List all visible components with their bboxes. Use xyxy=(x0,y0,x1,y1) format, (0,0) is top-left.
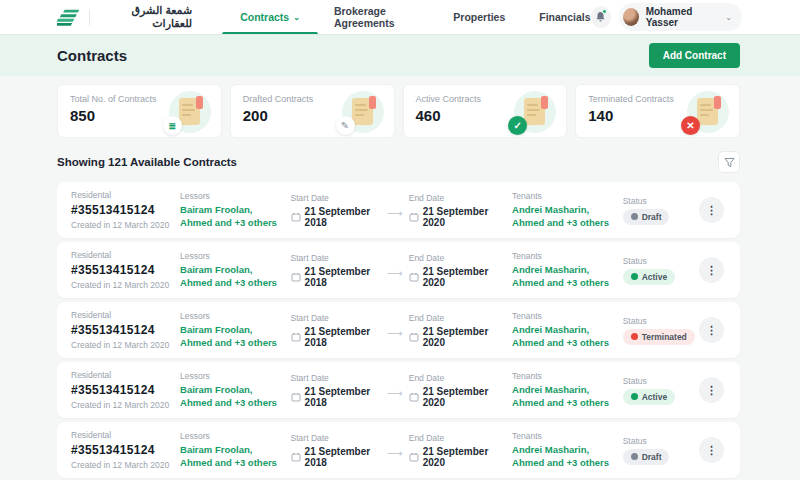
tenants-column: Tenants Andrei Masharin, Ahmed and +3 ot… xyxy=(512,431,610,470)
end-date-label: End Date xyxy=(409,373,499,383)
tenants-names-link[interactable]: Andrei Masharin, Ahmed and +3 others xyxy=(512,204,610,230)
stat-badge-icon: ✎ xyxy=(336,116,355,135)
status-dot-icon xyxy=(631,273,638,280)
contract-document-icon: ≣ xyxy=(169,91,211,133)
nav-tab-brokerage-label: Brokerage Agreements xyxy=(334,5,419,29)
start-date-value: 21 September 2018 xyxy=(305,326,381,348)
main-content: Total No. of Contracts 850 ≣ Drafted Con… xyxy=(0,76,800,480)
user-name: Mohamed Yasser xyxy=(646,6,719,28)
row-actions-menu-button[interactable]: ⋮ xyxy=(699,377,724,403)
tenants-column: Tenants Andrei Masharin, Ahmed and +3 ot… xyxy=(512,191,610,230)
tenants-column: Tenants Andrei Masharin, Ahmed and +3 ot… xyxy=(512,251,610,290)
start-date-label: Start Date xyxy=(291,313,381,323)
user-menu[interactable]: Mohamed Yasser ⌄ xyxy=(619,3,742,31)
lessors-names-link[interactable]: Bairam Froolan, Ahmed and +3 others xyxy=(180,324,278,350)
calendar-icon xyxy=(291,212,301,222)
contract-type-label: Residental xyxy=(71,370,180,380)
nav-tab-contracts-label: Contracts xyxy=(240,11,289,23)
contract-row[interactable]: Residental #35513415124 Created in 12 Ma… xyxy=(57,302,740,358)
filter-button[interactable] xyxy=(718,151,740,173)
tenants-names-link[interactable]: Andrei Masharin, Ahmed and +3 others xyxy=(512,264,610,290)
start-date-value: 21 September 2018 xyxy=(305,386,381,408)
start-date-label: Start Date xyxy=(291,373,381,383)
tenants-label: Tenants xyxy=(512,251,610,261)
contract-number: #35513415124 xyxy=(71,323,180,337)
row-actions-menu-button[interactable]: ⋮ xyxy=(699,197,724,223)
status-text: Active xyxy=(642,272,668,282)
calendar-icon xyxy=(291,452,301,462)
contract-row[interactable]: Residental #35513415124 Created in 12 Ma… xyxy=(57,422,740,478)
avatar xyxy=(623,8,639,26)
dates-column: Start Date 21 September 2018 ⟶ End Date xyxy=(291,433,500,468)
start-date-value: 21 September 2018 xyxy=(305,266,381,288)
status-text: Draft xyxy=(642,212,662,222)
stat-badge-icon: ✓ xyxy=(508,116,527,135)
contract-id-column: Residental #35513415124 Created in 12 Ma… xyxy=(71,250,180,290)
nav-tab-contracts[interactable]: Contracts ⌄ xyxy=(240,0,300,34)
lessors-names-link[interactable]: Bairam Froolan, Ahmed and +3 others xyxy=(180,444,278,470)
arrow-right-icon: ⟶ xyxy=(387,327,403,340)
bookmark-icon xyxy=(714,96,721,109)
status-text: Terminated xyxy=(642,332,687,342)
row-actions-menu-button[interactable]: ⋮ xyxy=(699,317,724,343)
contract-row[interactable]: Residental #35513415124 Created in 12 Ma… xyxy=(57,362,740,418)
brand-name-arabic: شمعة الشرق للعقارات xyxy=(98,4,193,30)
dates-column: Start Date 21 September 2018 ⟶ End Date xyxy=(291,373,500,408)
status-text: Draft xyxy=(642,452,662,462)
status-column: Status Draft xyxy=(623,436,700,465)
calendar-icon xyxy=(409,212,419,222)
contract-type-label: Residental xyxy=(71,310,180,320)
contract-number: #35513415124 xyxy=(71,383,180,397)
stat-card: Terminated Contracts 140 ✕ xyxy=(575,84,740,138)
end-date-block: End Date 21 September 2020 xyxy=(409,313,499,348)
contract-id-column: Residental #35513415124 Created in 12 Ma… xyxy=(71,430,180,470)
calendar-icon xyxy=(291,392,301,402)
stat-card: Active Contracts 460 ✓ xyxy=(403,84,568,138)
end-date-block: End Date 21 September 2020 xyxy=(409,253,499,288)
status-dot-icon xyxy=(631,333,638,340)
chevron-down-icon: ⌄ xyxy=(293,13,300,22)
contract-number: #35513415124 xyxy=(71,443,180,457)
nav-tab-financials[interactable]: Financials xyxy=(539,0,590,34)
end-date-block: End Date 21 September 2020 xyxy=(409,193,499,228)
start-date-label: Start Date xyxy=(291,433,381,443)
add-contract-button[interactable]: Add Contract xyxy=(649,43,740,68)
document-paper xyxy=(697,98,718,125)
lessors-names-link[interactable]: Bairam Froolan, Ahmed and +3 others xyxy=(180,264,278,290)
contract-number: #35513415124 xyxy=(71,203,180,217)
tenants-names-link[interactable]: Andrei Masharin, Ahmed and +3 others xyxy=(512,384,610,410)
tenants-names-link[interactable]: Andrei Masharin, Ahmed and +3 others xyxy=(512,444,610,470)
nav-tab-properties[interactable]: Properties xyxy=(453,0,505,34)
kebab-icon: ⋮ xyxy=(706,205,717,216)
stat-cards: Total No. of Contracts 850 ≣ Drafted Con… xyxy=(57,84,740,138)
start-date-label: Start Date xyxy=(291,253,381,263)
tenants-names-link[interactable]: Andrei Masharin, Ahmed and +3 others xyxy=(512,324,610,350)
status-column: Status Terminated xyxy=(623,316,700,345)
status-badge: Active xyxy=(623,269,676,285)
contract-type-label: Residental xyxy=(71,430,180,440)
lessors-names-link[interactable]: Bairam Froolan, Ahmed and +3 others xyxy=(180,384,278,410)
tenants-column: Tenants Andrei Masharin, Ahmed and +3 ot… xyxy=(512,371,610,410)
contract-document-icon: ✓ xyxy=(514,91,556,133)
contract-row[interactable]: Residental #35513415124 Created in 12 Ma… xyxy=(57,242,740,298)
contract-document-icon: ✕ xyxy=(687,91,729,133)
arrow-right-icon: ⟶ xyxy=(387,387,403,400)
contract-document-icon: ✎ xyxy=(342,91,384,133)
lessors-names-link[interactable]: Bairam Froolan, Ahmed and +3 others xyxy=(180,204,278,230)
page-header: Contracts Add Contract xyxy=(0,34,800,76)
notification-dot xyxy=(602,9,607,14)
dates-column: Start Date 21 September 2018 ⟶ End Date xyxy=(291,313,500,348)
end-date-label: End Date xyxy=(409,253,499,263)
lessors-column: Lessors Bairam Froolan, Ahmed and +3 oth… xyxy=(180,431,278,470)
lessors-column: Lessors Bairam Froolan, Ahmed and +3 oth… xyxy=(180,251,278,290)
nav-tab-brokerage-agreements[interactable]: Brokerage Agreements xyxy=(334,0,419,34)
start-date-block: Start Date 21 September 2018 xyxy=(291,433,381,468)
status-column: Status Active xyxy=(623,376,700,405)
notifications-button[interactable] xyxy=(591,6,611,28)
dates-column: Start Date 21 September 2018 ⟶ End Date xyxy=(291,193,500,228)
contract-row[interactable]: Residental #35513415124 Created in 12 Ma… xyxy=(57,182,740,238)
stat-card: Total No. of Contracts 850 ≣ xyxy=(57,84,222,138)
row-actions-menu-button[interactable]: ⋮ xyxy=(699,437,724,463)
status-dot-icon xyxy=(631,453,638,460)
row-actions-menu-button[interactable]: ⋮ xyxy=(699,257,724,283)
